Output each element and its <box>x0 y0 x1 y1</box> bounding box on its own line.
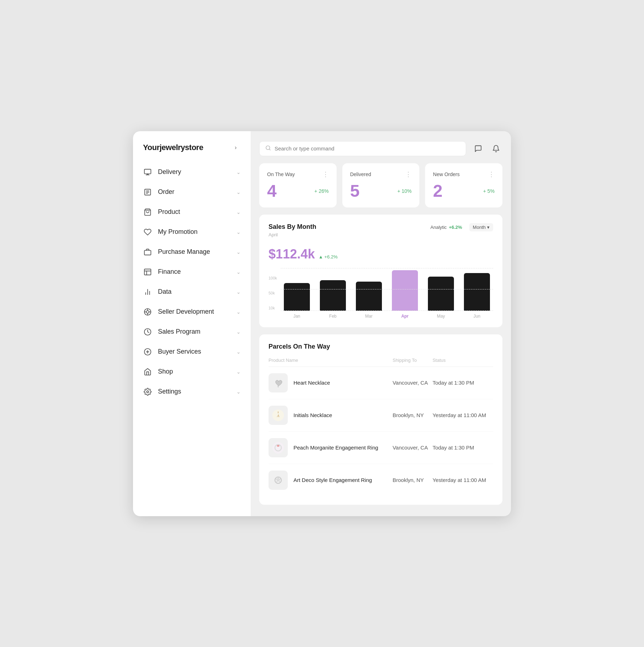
notification-icon[interactable] <box>490 142 502 155</box>
sidebar-item-delivery[interactable]: Delivery ⌄ <box>137 163 246 182</box>
seller-development-chevron: ⌄ <box>236 309 241 315</box>
seller-icon <box>143 307 152 317</box>
sidebar-item-purchase-manage-label: Purchase Manage <box>158 248 210 256</box>
sidebar-item-product[interactable]: Product ⌄ <box>137 202 246 222</box>
stat-change-delivered: + 10% <box>397 188 412 194</box>
x-label-jun: Jun <box>461 314 493 319</box>
stat-title-new-orders: New Orders <box>433 171 460 177</box>
sidebar-item-finance[interactable]: Finance ⌄ <box>137 262 246 282</box>
status-text: Today at 1:30 PM <box>433 380 474 386</box>
delivery-chevron: ⌄ <box>236 169 241 175</box>
sidebar-item-product-label: Product <box>158 208 180 216</box>
sidebar-item-data-label: Data <box>158 288 172 296</box>
col-product-name: Product Name <box>269 358 393 367</box>
sidebar-item-shop-label: Shop <box>158 368 173 375</box>
sidebar-item-order-label: Order <box>158 188 174 196</box>
sidebar-item-order[interactable]: Order ⌄ <box>137 183 246 202</box>
stat-change-on-the-way: + 26% <box>315 188 329 194</box>
chart-period-selector[interactable]: Month ▾ <box>469 223 493 231</box>
data-icon <box>143 287 152 297</box>
bar-jun[interactable] <box>461 273 493 311</box>
shipping-to: Vancouver, CA <box>393 380 428 386</box>
bar-jan[interactable] <box>281 283 313 311</box>
x-label-may: May <box>425 314 457 319</box>
bar-apr[interactable] <box>389 270 421 311</box>
col-status: Status <box>433 358 493 367</box>
bar-x-labels: JanFebMarAprMayJun <box>281 314 493 319</box>
chart-amount-change: ▲ +6.2% <box>318 254 338 260</box>
my-promotion-chevron: ⌄ <box>236 229 241 235</box>
sidebar-header: Yourjewelrystore › <box>133 143 251 163</box>
buyer-services-chevron: ⌄ <box>236 349 241 355</box>
sidebar-item-buyer-services-label: Buyer Services <box>158 348 201 355</box>
sidebar-item-buyer-services[interactable]: Buyer Services ⌄ <box>137 342 246 361</box>
stat-menu-on-the-way[interactable]: ⋮ <box>322 170 329 178</box>
settings-icon <box>143 387 152 396</box>
search-input[interactable] <box>275 145 460 152</box>
chat-icon[interactable] <box>472 142 485 155</box>
status-text: Today at 1:30 PM <box>433 445 474 451</box>
shipping-to: Vancouver, CA <box>393 445 428 451</box>
purchase-manage-chevron: ⌄ <box>236 249 241 255</box>
bar-chart-container: 100k 50k 10k JanFebMarAprMayJun <box>269 268 493 319</box>
search-bar[interactable] <box>259 141 466 156</box>
stat-menu-new-orders[interactable]: ⋮ <box>488 170 495 178</box>
table-row: Heart Necklace Vancouver, CAToday at 1:3… <box>269 366 493 399</box>
settings-chevron: ⌄ <box>236 389 241 395</box>
sidebar-item-purchase-manage[interactable]: Purchase Manage ⌄ <box>137 242 246 262</box>
svg-point-30 <box>272 442 284 453</box>
svg-rect-0 <box>144 169 151 174</box>
table-row: Art Deco Style Engagement Ring Brooklyn,… <box>269 464 493 496</box>
y-label-50k: 50k <box>269 291 277 295</box>
product-name: Initials Necklace <box>293 412 332 418</box>
stat-title-on-the-way: On The Way <box>267 171 295 177</box>
sidebar-item-seller-development-label: Seller Development <box>158 308 214 315</box>
sidebar-item-my-promotion[interactable]: My Promotion ⌄ <box>137 222 246 242</box>
sidebar-item-shop[interactable]: Shop ⌄ <box>137 362 246 381</box>
svg-point-22 <box>147 391 149 393</box>
stats-row: On The Way ⋮ 4 + 26% Delivered ⋮ 5 + 10% <box>259 163 502 207</box>
analytic-change: +6.2% <box>449 225 462 230</box>
sales-program-chevron: ⌄ <box>236 329 241 335</box>
table-row: A Initials Necklace Brooklyn, NYYesterda… <box>269 399 493 431</box>
parcels-title: Parcels On The Way <box>269 343 493 350</box>
sidebar-item-seller-development[interactable]: Seller Development ⌄ <box>137 302 246 322</box>
product-name: Heart Necklace <box>293 380 330 386</box>
chart-card: Sales By Month April $112.4k ▲ +6.2% Ana… <box>259 215 502 327</box>
stat-card-delivered: Delivered ⋮ 5 + 10% <box>342 163 420 207</box>
sidebar-item-data[interactable]: Data ⌄ <box>137 282 246 302</box>
parcels-card: Parcels On The Way Product Name Shipping… <box>259 334 502 505</box>
order-icon <box>143 188 152 197</box>
sidebar-expand-button[interactable]: › <box>231 143 241 153</box>
x-label-apr: Apr <box>389 314 421 319</box>
stat-value-new-orders: 2 <box>433 183 443 200</box>
bar-feb[interactable] <box>317 280 349 311</box>
sidebar-item-settings[interactable]: Settings ⌄ <box>137 382 246 401</box>
stat-menu-delivered[interactable]: ⋮ <box>405 170 412 178</box>
chart-title: Sales By Month <box>269 223 338 231</box>
stat-card-on-the-way: On The Way ⋮ 4 + 26% <box>259 163 337 207</box>
analytic-label: Analytic <box>430 225 447 230</box>
product-thumbnail <box>269 373 288 392</box>
app-container: Yourjewelrystore › Delivery ⌄ <box>133 131 511 516</box>
data-chevron: ⌄ <box>236 289 241 295</box>
parcels-table: Product Name Shipping To Status Heart Ne… <box>269 358 493 496</box>
topbar <box>259 141 502 156</box>
sidebar-item-sales-program-label: Sales Program <box>158 328 200 335</box>
sidebar-item-delivery-label: Delivery <box>158 168 181 176</box>
main-content: On The Way ⋮ 4 + 26% Delivered ⋮ 5 + 10% <box>251 131 511 516</box>
stat-title-delivered: Delivered <box>350 171 371 177</box>
bar-mar[interactable] <box>353 282 385 311</box>
sidebar-item-my-promotion-label: My Promotion <box>158 228 198 236</box>
svg-text:A: A <box>277 413 280 417</box>
y-label-10k: 10k <box>269 306 277 310</box>
sidebar-item-sales-program[interactable]: Sales Program ⌄ <box>137 322 246 342</box>
svg-point-32 <box>277 445 279 446</box>
finance-chevron: ⌄ <box>236 269 241 275</box>
x-label-feb: Feb <box>317 314 349 319</box>
stat-change-new-orders: + 5% <box>483 188 495 194</box>
shipping-to: Brooklyn, NY <box>393 412 424 418</box>
sales-icon <box>143 327 152 337</box>
delivery-icon <box>143 168 152 177</box>
bar-may[interactable] <box>425 277 457 311</box>
